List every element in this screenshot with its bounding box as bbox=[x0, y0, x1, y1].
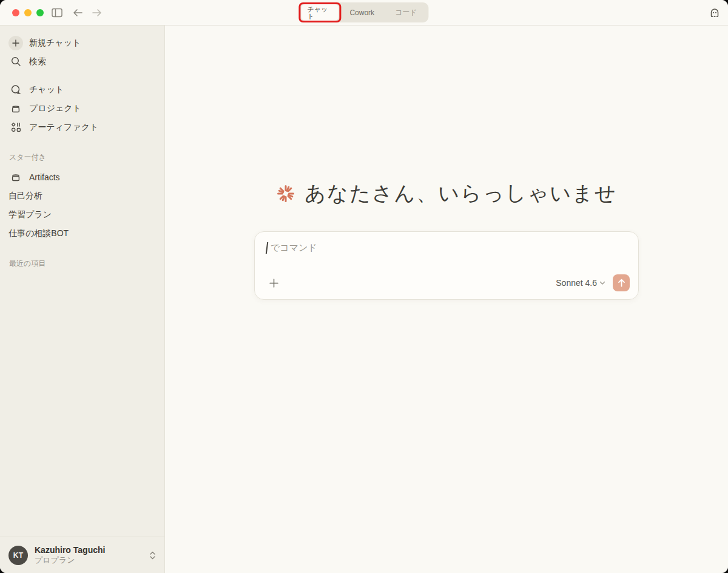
search-icon bbox=[8, 55, 23, 69]
starred-item-label: Artifacts bbox=[29, 172, 60, 182]
sidebar-item-projects[interactable]: プロジェクト bbox=[8, 99, 156, 118]
starred-item-label: 学習プラン bbox=[8, 209, 52, 220]
search-button[interactable]: 検索 bbox=[8, 52, 156, 71]
greeting-text: あなたさん、いらっしゃいませ bbox=[305, 180, 616, 208]
new-chat-label: 新規チャット bbox=[29, 38, 81, 49]
starred-item-label: 仕事の相談BOT bbox=[8, 228, 69, 239]
arrow-up-icon bbox=[618, 279, 625, 287]
search-label: 検索 bbox=[29, 56, 46, 67]
tab-chat[interactable]: チャット bbox=[300, 4, 339, 21]
plus-circle-icon bbox=[8, 36, 23, 50]
starred-item-artifacts[interactable]: Artifacts bbox=[8, 168, 156, 186]
starred-item[interactable]: 学習プラン bbox=[8, 205, 156, 224]
avatar: KT bbox=[8, 546, 28, 565]
forward-arrow-icon[interactable] bbox=[91, 7, 103, 19]
sidebar-item-chats[interactable]: チャット bbox=[8, 80, 156, 99]
starred-item[interactable]: 仕事の相談BOT bbox=[8, 224, 156, 243]
sidebar-item-label: チャット bbox=[29, 84, 64, 95]
sidebar-item-label: プロジェクト bbox=[29, 103, 81, 114]
title-bar: チャット Cowork コード bbox=[0, 0, 728, 25]
box-icon bbox=[8, 101, 23, 116]
sidebar: 新規チャット 検索 チャット bbox=[0, 25, 165, 573]
box-icon bbox=[8, 170, 23, 185]
claude-starburst-icon bbox=[276, 184, 295, 203]
incognito-ghost-icon[interactable] bbox=[709, 7, 721, 19]
message-composer[interactable]: でコマンド Sonnet 4.6 bbox=[254, 231, 639, 300]
new-chat-button[interactable]: 新規チャット bbox=[8, 33, 156, 52]
model-name: Sonnet 4.6 bbox=[556, 278, 597, 288]
sidebar-toggle-icon[interactable] bbox=[51, 7, 63, 19]
starred-section-header: スター付き bbox=[9, 152, 156, 163]
main-content: あなたさん、いらっしゃいませ でコマンド Sonnet 4.6 bbox=[165, 25, 728, 573]
user-plan: プロプラン bbox=[35, 555, 143, 565]
close-window-button[interactable] bbox=[12, 9, 19, 16]
text-caret bbox=[266, 242, 268, 254]
recents-section-header: 最近の項目 bbox=[9, 259, 156, 269]
shapes-icon bbox=[8, 120, 23, 135]
minimize-window-button[interactable] bbox=[24, 9, 32, 16]
window-controls bbox=[12, 9, 44, 16]
starred-item-label: 自己分析 bbox=[8, 191, 42, 202]
user-name: Kazuhiro Taguchi bbox=[35, 545, 143, 556]
zoom-window-button[interactable] bbox=[36, 9, 44, 16]
workspace-tab-bar: チャット Cowork コード bbox=[299, 2, 428, 22]
chevron-up-down-icon bbox=[149, 551, 156, 560]
chevron-down-icon bbox=[599, 281, 605, 285]
sidebar-item-artifacts[interactable]: アーティファクト bbox=[8, 118, 156, 137]
tab-cowork[interactable]: Cowork bbox=[339, 4, 385, 21]
greeting: あなたさん、いらっしゃいませ bbox=[165, 180, 728, 208]
chat-bubble-icon bbox=[8, 83, 23, 97]
user-menu[interactable]: KT Kazuhiro Taguchi プロプラン bbox=[0, 537, 164, 573]
back-arrow-icon[interactable] bbox=[72, 7, 84, 19]
tab-code[interactable]: コード bbox=[385, 4, 428, 21]
model-selector[interactable]: Sonnet 4.6 bbox=[556, 278, 605, 288]
sidebar-item-label: アーティファクト bbox=[29, 122, 98, 133]
send-button[interactable] bbox=[613, 274, 630, 291]
app-window: チャット Cowork コード 新規チャット bbox=[0, 0, 728, 573]
attach-plus-button[interactable] bbox=[266, 276, 281, 290]
composer-placeholder: でコマンド bbox=[271, 242, 317, 254]
starred-item[interactable]: 自己分析 bbox=[8, 186, 156, 205]
